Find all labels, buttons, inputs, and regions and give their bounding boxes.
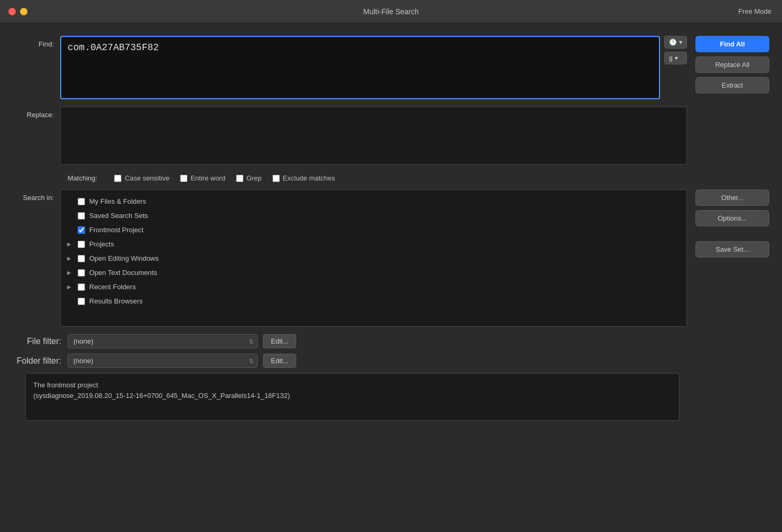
search-item-saved-search[interactable]: Saved Search Sets [61, 208, 686, 223]
find-label: Find: [13, 36, 60, 48]
window-title: Multi-File Search [363, 7, 419, 16]
search-in-list[interactable]: My Files & Folders Saved Search Sets Fro… [60, 189, 687, 327]
find-input-wrapper: 🕐 ▾ g ▾ [60, 36, 687, 99]
search-item-frontmost-project[interactable]: Frontmost Project [61, 223, 686, 237]
spacer [695, 231, 769, 237]
grep-checkbox[interactable] [236, 175, 243, 182]
extract-button[interactable]: Extract [695, 77, 769, 93]
open-text-label: Open Text Documents [89, 269, 157, 277]
edit-folder-filter-button[interactable]: Edit... [263, 354, 296, 368]
my-files-checkbox[interactable] [78, 198, 85, 205]
replace-content [60, 107, 687, 167]
find-input[interactable] [60, 36, 660, 99]
projects-label: Projects [89, 240, 114, 248]
clock-icon: 🕐 [669, 39, 677, 46]
folder-filter-label: Folder filter: [13, 356, 68, 366]
edit-file-filter-button[interactable]: Edit... [263, 334, 296, 348]
search-in-row: Search in: My Files & Folders Saved Sear… [13, 189, 769, 327]
search-item-recent-folders[interactable]: ▶ Recent Folders [61, 280, 686, 294]
case-sensitive-option[interactable]: Case sensitive [114, 174, 169, 182]
info-box: The frontmost project(sysdiagnose_2019.0… [25, 373, 680, 421]
entire-word-label: Entire word [191, 174, 225, 182]
search-item-open-text[interactable]: ▶ Open Text Documents [61, 265, 686, 280]
options-button[interactable]: Options... [695, 210, 769, 226]
minimize-button[interactable] [20, 8, 27, 15]
clock-dropdown-button[interactable]: 🕐 ▾ [664, 36, 687, 49]
free-mode-label: Free Mode [738, 7, 771, 15]
close-button[interactable] [8, 8, 16, 15]
replace-all-button[interactable]: Replace All [695, 56, 769, 73]
matching-row: Matching: Case sensitive Entire word Gre… [68, 174, 769, 182]
g-dropdown-button[interactable]: g ▾ [664, 52, 687, 64]
g-label: g [669, 54, 673, 62]
info-text: The frontmost project(sysdiagnose_2019.0… [33, 381, 290, 400]
recent-folders-checkbox[interactable] [78, 283, 85, 291]
find-all-button[interactable]: Find All [695, 36, 769, 52]
projects-checkbox[interactable] [78, 241, 85, 248]
save-set-button[interactable]: Save Set... [695, 241, 769, 258]
main-content: Find: 🕐 ▾ g ▾ Find All Replace All [0, 23, 782, 532]
case-sensitive-checkbox[interactable] [114, 175, 121, 182]
replace-input[interactable] [60, 107, 687, 165]
file-filter-select[interactable]: (none) [68, 334, 258, 348]
results-browsers-checkbox[interactable] [78, 298, 85, 305]
saved-search-label: Saved Search Sets [89, 212, 148, 220]
traffic-lights [8, 8, 27, 15]
my-files-label: My Files & Folders [89, 197, 146, 205]
replace-row: Replace: [13, 107, 769, 167]
open-editing-checkbox[interactable] [78, 255, 85, 262]
grep-label: Grep [247, 174, 262, 182]
entire-word-checkbox[interactable] [180, 175, 187, 182]
entire-word-option[interactable]: Entire word [180, 174, 225, 182]
folder-filter-select[interactable]: (none) [68, 354, 258, 368]
open-text-expand-arrow[interactable]: ▶ [67, 270, 73, 276]
exclude-matches-option[interactable]: Exclude matches [272, 174, 335, 182]
results-browsers-label: Results Browsers [89, 297, 143, 305]
search-item-projects[interactable]: ▶ Projects [61, 237, 686, 251]
open-text-checkbox[interactable] [78, 269, 85, 277]
exclude-matches-checkbox[interactable] [272, 175, 280, 182]
search-item-my-files[interactable]: My Files & Folders [61, 194, 686, 208]
folder-filter-row: Folder filter: (none) Edit... [13, 354, 769, 368]
matching-label: Matching: [68, 174, 103, 182]
recent-folders-expand-arrow[interactable]: ▶ [67, 284, 73, 290]
file-filter-row: File filter: (none) Edit... [13, 334, 769, 348]
file-filter-label: File filter: [13, 337, 68, 346]
search-in-side-buttons: Other... Options... Save Set... [695, 189, 769, 258]
grep-option[interactable]: Grep [236, 174, 262, 182]
find-content: 🕐 ▾ g ▾ [60, 36, 687, 99]
find-row: Find: 🕐 ▾ g ▾ Find All Replace All [13, 36, 769, 99]
folder-filter-select-wrapper: (none) [68, 354, 258, 368]
open-editing-label: Open Editing Windows [89, 254, 159, 262]
find-side-buttons: 🕐 ▾ g ▾ [664, 36, 687, 64]
file-filter-select-wrapper: (none) [68, 334, 258, 348]
projects-expand-arrow[interactable]: ▶ [67, 241, 73, 247]
replace-label: Replace: [13, 107, 60, 119]
frontmost-project-checkbox[interactable] [78, 226, 85, 234]
open-editing-expand-arrow[interactable]: ▶ [67, 255, 73, 261]
exclude-matches-label: Exclude matches [283, 174, 335, 182]
find-right-buttons: Find All Replace All Extract [695, 36, 769, 93]
saved-search-checkbox[interactable] [78, 212, 85, 220]
search-item-results-browsers[interactable]: Results Browsers [61, 294, 686, 308]
titlebar: Multi-File Search Free Mode [0, 0, 782, 23]
g-chevron: ▾ [675, 54, 678, 62]
clock-chevron: ▾ [679, 39, 682, 46]
frontmost-project-label: Frontmost Project [89, 226, 144, 234]
search-in-label: Search in: [13, 189, 60, 202]
search-item-open-editing[interactable]: ▶ Open Editing Windows [61, 251, 686, 265]
recent-folders-label: Recent Folders [89, 283, 136, 291]
case-sensitive-label: Case sensitive [125, 174, 169, 182]
other-button[interactable]: Other... [695, 189, 769, 206]
